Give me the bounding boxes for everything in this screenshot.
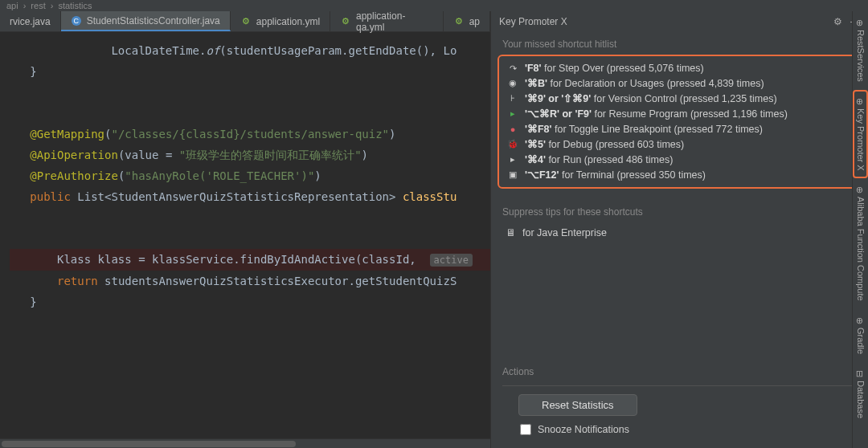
hit-item[interactable]: ●'⌘F8' for Toggle Line Breakpoint (press… bbox=[504, 121, 855, 136]
toolbtn-database[interactable]: ⊟Database bbox=[854, 362, 867, 426]
right-toolbar: ⊕RestServices ⊕Key Promoter X ⊕Alibaba F… bbox=[852, 11, 868, 448]
resume-icon: ▸ bbox=[507, 108, 518, 119]
key-promoter-panel: Key Promoter X ⚙ — Your missed shortcut … bbox=[490, 11, 868, 448]
hit-item[interactable]: ⊦'⌘9' or '⇧⌘9' for Version Control (pres… bbox=[504, 91, 855, 106]
debug-icon: 🐞 bbox=[507, 139, 518, 149]
editor-tabs: rvice.java C StudentStatisticsController… bbox=[0, 11, 490, 32]
tool-header: Key Promoter X ⚙ — bbox=[491, 11, 868, 32]
tab-file-active[interactable]: C StudentStatisticsController.java bbox=[61, 11, 231, 31]
breadcrumb-item[interactable]: rest bbox=[31, 1, 45, 10]
inline-hint: active bbox=[430, 254, 473, 267]
tab-file[interactable]: rvice.java bbox=[0, 11, 61, 31]
code-editor[interactable]: LocalDateTime.of(studentUsageParam.getEn… bbox=[0, 32, 490, 448]
tab-file[interactable]: ⚙ application-qa.yml bbox=[330, 11, 443, 31]
snooze-input[interactable] bbox=[520, 424, 531, 435]
tool-title: Key Promoter X bbox=[499, 16, 567, 27]
toolbtn-restservices[interactable]: ⊕RestServices bbox=[854, 11, 867, 90]
actions-title: Actions bbox=[502, 360, 857, 382]
reset-statistics-button[interactable]: Reset Statistics bbox=[518, 394, 637, 416]
step-over-icon: ↷ bbox=[507, 63, 518, 74]
suppress-title: Suppress tips for these shortcuts bbox=[502, 200, 857, 222]
enterprise-icon: 🖥 bbox=[506, 227, 516, 238]
hitlist-box: ↷'F8' for Step Over (pressed 5,076 times… bbox=[497, 55, 862, 189]
toolbtn-alibaba[interactable]: ⊕Alibaba Function Compute bbox=[854, 178, 867, 309]
hit-item[interactable]: ◉'⌘B' for Declaration or Usages (pressed… bbox=[504, 75, 855, 91]
nav-breadcrumb-bar: api› rest› statistics bbox=[0, 0, 868, 11]
gear-icon[interactable]: ⚙ bbox=[833, 16, 842, 27]
tab-file[interactable]: ⚙ ap bbox=[444, 11, 490, 31]
hit-item[interactable]: ▸'⌘4' for Run (pressed 486 times) bbox=[504, 152, 855, 167]
toolbtn-gradle[interactable]: ⊕Gradle bbox=[854, 309, 867, 362]
hitlist-title: Your missed shortcut hitlist bbox=[491, 32, 868, 55]
breadcrumb-item[interactable]: statistics bbox=[58, 1, 92, 10]
yml-icon: ⚙ bbox=[453, 16, 465, 27]
toolbtn-keypromoter[interactable]: ⊕Key Promoter X bbox=[853, 90, 868, 179]
hit-item[interactable]: ▣'⌥F12' for Terminal (pressed 350 times) bbox=[504, 167, 855, 182]
tab-file[interactable]: ⚙ application.yml bbox=[231, 11, 330, 31]
yml-icon: ⚙ bbox=[240, 16, 252, 27]
breadcrumb-item[interactable]: api bbox=[6, 1, 18, 10]
horizontal-scrollbar[interactable] bbox=[0, 438, 490, 448]
yml-icon: ⚙ bbox=[340, 16, 351, 27]
snooze-checkbox[interactable]: Snooze Notifications bbox=[502, 416, 857, 435]
suppress-item[interactable]: 🖥 for Java Enterprise bbox=[502, 222, 857, 243]
run-icon: ▸ bbox=[507, 154, 518, 165]
class-icon: C bbox=[71, 15, 82, 26]
editor-panel: rvice.java C StudentStatisticsController… bbox=[0, 11, 490, 448]
breakpoint-icon: ● bbox=[507, 124, 518, 134]
actions-section: Actions Reset Statistics Snooze Notifica… bbox=[491, 353, 868, 448]
hit-item[interactable]: ▸'⌥⌘R' or 'F9' for Resume Program (press… bbox=[504, 106, 855, 121]
declaration-icon: ◉ bbox=[507, 78, 518, 88]
vcs-icon: ⊦ bbox=[507, 93, 518, 104]
hit-item[interactable]: 🐞'⌘5' for Debug (pressed 603 times) bbox=[504, 136, 855, 152]
terminal-icon: ▣ bbox=[507, 169, 518, 180]
hit-item[interactable]: ↷'F8' for Step Over (pressed 5,076 times… bbox=[504, 61, 855, 75]
